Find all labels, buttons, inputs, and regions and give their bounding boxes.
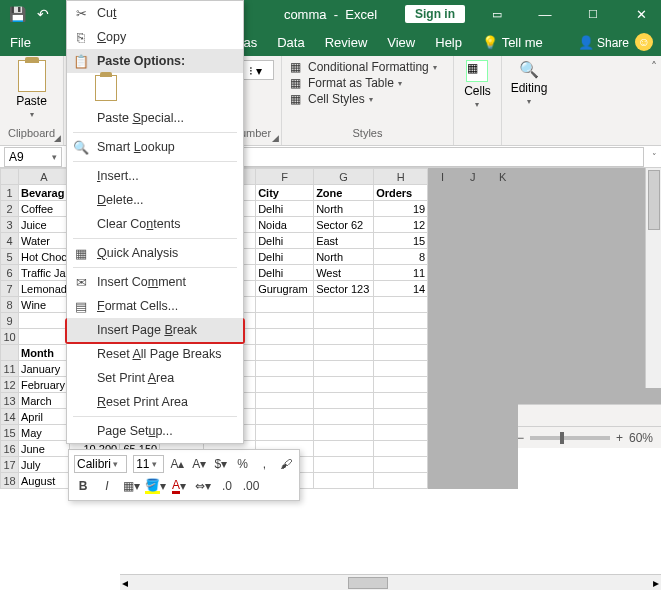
cell[interactable]: North <box>314 201 374 217</box>
share-button[interactable]: 👤 Share <box>578 35 629 50</box>
font-color-button[interactable]: A▾ <box>170 477 188 495</box>
cell[interactable] <box>488 329 518 345</box>
row-header[interactable]: 5 <box>1 249 19 265</box>
feedback-icon[interactable]: ☺ <box>635 33 653 51</box>
row-header[interactable]: 18 <box>1 473 19 489</box>
cell[interactable] <box>428 217 458 233</box>
cell[interactable]: January <box>19 361 70 377</box>
cell[interactable] <box>488 281 518 297</box>
cell[interactable] <box>374 361 428 377</box>
collapse-ribbon-icon[interactable]: ˄ <box>651 60 657 74</box>
cell[interactable] <box>488 457 518 473</box>
ctx-reset-print-area[interactable]: Reset Print Area <box>67 390 243 414</box>
accounting-format-button[interactable]: $▾ <box>213 455 229 473</box>
ctx-reset-page-breaks[interactable]: Reset All Page Breaks <box>67 342 243 366</box>
cell[interactable] <box>488 217 518 233</box>
cell[interactable] <box>488 345 518 361</box>
borders-button[interactable]: ▦▾ <box>122 477 140 495</box>
cell[interactable] <box>314 313 374 329</box>
merge-center-button[interactable]: ⇔▾ <box>194 477 212 495</box>
cells-button[interactable]: ▦ Cells▾ <box>464 60 491 109</box>
zoom-in-button[interactable]: + <box>616 431 623 445</box>
expand-fbar-icon[interactable]: ˅ <box>652 152 657 162</box>
cell[interactable] <box>428 425 458 441</box>
cell[interactable] <box>488 473 518 489</box>
cell[interactable] <box>374 313 428 329</box>
cell[interactable] <box>256 393 314 409</box>
cell[interactable] <box>374 473 428 489</box>
cell[interactable] <box>374 297 428 313</box>
col-header[interactable]: K <box>488 169 518 185</box>
cell[interactable] <box>314 409 374 425</box>
close-button[interactable]: ✕ <box>621 0 661 28</box>
row-header[interactable]: 13 <box>1 393 19 409</box>
cell[interactable]: Month <box>19 345 70 361</box>
cell[interactable] <box>488 425 518 441</box>
cell[interactable] <box>458 313 488 329</box>
cell[interactable] <box>458 457 488 473</box>
row-header[interactable]: 7 <box>1 281 19 297</box>
cell[interactable] <box>458 249 488 265</box>
cell[interactable] <box>428 361 458 377</box>
maximize-button[interactable]: ☐ <box>573 0 613 28</box>
zoom-slider[interactable] <box>530 436 610 440</box>
cell[interactable]: April <box>19 409 70 425</box>
row-header[interactable] <box>1 345 19 361</box>
cell[interactable] <box>314 393 374 409</box>
slider-handle[interactable] <box>560 432 564 444</box>
format-as-table-button[interactable]: ▦Format as Table▾ <box>290 76 402 90</box>
save-icon[interactable]: 💾 <box>6 3 28 25</box>
ctx-copy[interactable]: ⎘Copy <box>67 25 243 49</box>
cell[interactable]: Juice <box>19 217 70 233</box>
row-header[interactable]: 14 <box>1 409 19 425</box>
cell[interactable]: March <box>19 393 70 409</box>
cell[interactable]: 11 <box>374 265 428 281</box>
comma-format-button[interactable]: , <box>257 455 273 473</box>
cell[interactable] <box>458 361 488 377</box>
cell[interactable]: Hot Choc <box>19 249 70 265</box>
row-header[interactable]: 17 <box>1 457 19 473</box>
cell[interactable] <box>256 297 314 313</box>
cell[interactable]: City <box>256 185 314 201</box>
cell[interactable] <box>428 409 458 425</box>
row-header[interactable]: 10 <box>1 329 19 345</box>
ctx-insert-comment[interactable]: ✉Insert Comment <box>67 270 243 294</box>
col-header[interactable]: J <box>458 169 488 185</box>
ctx-cut[interactable]: ✂Cut <box>67 1 243 25</box>
cell[interactable] <box>314 329 374 345</box>
ctx-insert[interactable]: Insert... <box>67 164 243 188</box>
cell[interactable] <box>314 297 374 313</box>
italic-button[interactable]: I <box>98 477 116 495</box>
cell[interactable] <box>256 329 314 345</box>
cell[interactable] <box>314 361 374 377</box>
ctx-insert-page-break[interactable]: Insert Page Break <box>67 318 243 342</box>
cell[interactable] <box>256 409 314 425</box>
row-header[interactable]: 1 <box>1 185 19 201</box>
cell[interactable]: Wine <box>19 297 70 313</box>
cell[interactable] <box>458 393 488 409</box>
fill-color-button[interactable]: 🪣▾ <box>146 477 164 495</box>
cell[interactable] <box>428 441 458 457</box>
cell[interactable] <box>458 217 488 233</box>
cell[interactable] <box>458 329 488 345</box>
cell[interactable] <box>374 457 428 473</box>
row-header[interactable]: 15 <box>1 425 19 441</box>
row-header[interactable]: 8 <box>1 297 19 313</box>
cell[interactable] <box>314 345 374 361</box>
cell[interactable] <box>488 409 518 425</box>
row-header[interactable]: 3 <box>1 217 19 233</box>
col-header[interactable]: I <box>428 169 458 185</box>
cell[interactable] <box>428 281 458 297</box>
number-launcher[interactable]: ◢ <box>272 133 279 143</box>
cell[interactable] <box>488 393 518 409</box>
name-box[interactable]: A9▾ <box>4 147 62 167</box>
cell[interactable]: Delhi <box>256 249 314 265</box>
cell[interactable] <box>374 393 428 409</box>
cell[interactable]: Zone <box>314 185 374 201</box>
percent-format-button[interactable]: % <box>235 455 251 473</box>
cell[interactable] <box>458 233 488 249</box>
decrease-decimal-button[interactable]: .0 <box>218 477 236 495</box>
tab-help[interactable]: Help <box>425 28 472 56</box>
cell[interactable] <box>19 329 70 345</box>
cell[interactable] <box>488 313 518 329</box>
